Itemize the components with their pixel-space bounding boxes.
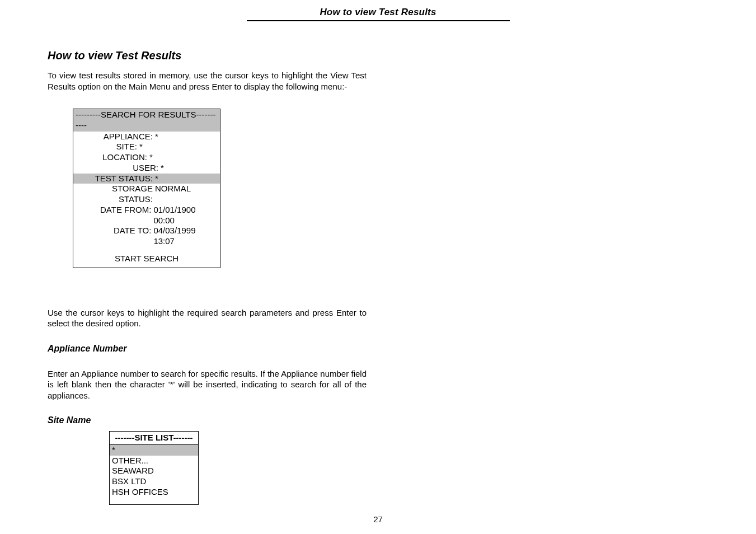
value-test-status: * <box>155 174 158 184</box>
value-date-from: 01/01/1900 00:00 <box>153 205 218 226</box>
value-site: * <box>139 142 143 152</box>
site-list-item: OTHER... <box>110 456 198 466</box>
page-number: 27 <box>0 514 756 524</box>
site-list-header: -------SITE LIST------- <box>110 432 198 445</box>
field-user: USER: * <box>73 163 220 174</box>
intro-paragraph: To view test results stored in memory, u… <box>48 70 367 92</box>
site-name-title: Site Name <box>48 415 367 425</box>
page-header-title: How to view Test Results <box>320 7 436 18</box>
label-storage-status: STORAGE STATUS: <box>76 184 155 205</box>
site-list-item: BSX LTD <box>110 476 198 487</box>
label-date-to: DATE TO: <box>76 226 153 247</box>
appliance-number-title: Appliance Number <box>48 344 367 354</box>
field-test-status: TEST STATUS: * <box>73 174 220 184</box>
label-date-from: DATE FROM: <box>76 205 153 226</box>
after-box-paragraph: Use the cursor keys to highlight the req… <box>48 307 367 329</box>
section-title: How to view Test Results <box>48 49 367 62</box>
value-location: * <box>149 152 153 163</box>
value-storage-status: NORMAL <box>155 184 191 205</box>
value-date-to: 04/03/1999 13:07 <box>153 226 218 247</box>
label-appliance: APPLIANCE: <box>76 132 155 142</box>
site-list-box: -------SITE LIST------- * OTHER... SEAWA… <box>109 431 199 505</box>
field-date-from: DATE FROM: 01/01/1900 00:00 <box>73 205 220 226</box>
field-storage-status: STORAGE STATUS: NORMAL <box>73 184 220 205</box>
label-site: SITE: <box>76 142 139 152</box>
field-date-to: DATE TO: 04/03/1999 13:07 <box>73 226 220 247</box>
field-location: LOCATION: * <box>73 152 220 163</box>
search-box-header: ---------SEARCH FOR RESULTS----------- <box>73 109 220 132</box>
site-list-item: HSH OFFICES <box>110 487 198 498</box>
value-user: * <box>161 163 164 174</box>
site-list-item: SEAWARD <box>110 466 198 476</box>
field-site: SITE: * <box>73 142 220 152</box>
site-list-item-selected: * <box>110 445 198 456</box>
header-rule <box>247 20 510 21</box>
label-test-status: TEST STATUS: <box>76 174 155 184</box>
label-user: USER: <box>76 163 161 174</box>
search-results-box: ---------SEARCH FOR RESULTS----------- A… <box>73 109 220 268</box>
start-search: START SEARCH <box>73 247 220 268</box>
field-appliance: APPLIANCE: * <box>73 132 220 142</box>
appliance-number-body: Enter an Appliance number to search for … <box>48 368 367 401</box>
label-location: LOCATION: <box>76 152 149 163</box>
value-appliance: * <box>155 132 158 142</box>
